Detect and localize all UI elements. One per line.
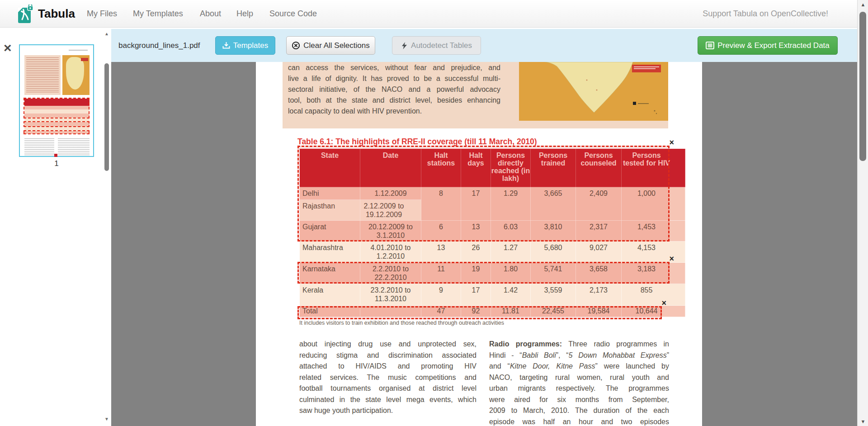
clear-selections-label: Clear All Selections (303, 41, 369, 50)
text-line: NACO, targeting rural women, rural youth… (489, 372, 669, 383)
text-line: football tournaments organised at distri… (299, 383, 476, 394)
sidebar-scrollbar-thumb[interactable] (104, 63, 109, 171)
table-cell: 13 (421, 241, 461, 263)
nav-my-templates[interactable]: My Templates (133, 0, 183, 28)
filename: background_lines_1.pdf (118, 29, 200, 62)
pdf-page[interactable]: can access the services, without fear an… (256, 62, 702, 426)
templates-button[interactable]: Templates (215, 36, 275, 55)
table-cell: 4.01.2010 to 1.2.2010 (360, 241, 421, 263)
page-scrollbar-thumb[interactable] (859, 12, 866, 161)
table-row: Maharashtra 4.01.2010 to 1.2.2010 13 26 … (300, 241, 685, 263)
text-line: attached to HIV/AIDS and promoting HIV (299, 361, 476, 372)
tabula-app: Tabula My Files My Templates About Help … (0, 0, 868, 426)
brand-link[interactable]: Tabula (17, 0, 75, 28)
nav-my-files[interactable]: My Files (87, 0, 117, 28)
scroll-up-icon[interactable]: ▲ (858, 2, 868, 7)
selection-box[interactable]: × (297, 146, 670, 241)
nav-source-code[interactable]: Source Code (269, 0, 317, 28)
brand-title: Tabula (38, 7, 75, 21)
text-line: saw huge youth participation. (299, 405, 476, 417)
thumb-selection (24, 130, 90, 134)
table-cell: 3,559 (531, 284, 576, 306)
remove-selection-button[interactable]: × (661, 300, 666, 306)
lightning-bolt-icon (401, 42, 408, 50)
text-line: can access the services, without fear an… (288, 62, 500, 73)
text-line: and “Kitne Door, Kitne Pass” were launch… (489, 361, 669, 372)
thumb-selection (24, 98, 90, 118)
text-line: live a life of dignity. It has proved to… (288, 73, 500, 84)
templates-icon (222, 42, 230, 49)
right-paragraph: Radio programmes: Three radio programmes… (489, 339, 669, 426)
thumb-page-marker (54, 154, 57, 157)
table-cell: 1.42 (491, 284, 531, 306)
text-line: 2009 to March, 2010. The duration of the… (489, 405, 669, 417)
preview-export-button[interactable]: Preview & Export Extracted Data (698, 36, 838, 55)
autodetect-tables-button[interactable]: Autodetect Tables (392, 36, 481, 55)
selection-box[interactable]: × (297, 262, 670, 284)
thumb-intro-block (24, 55, 61, 95)
toolbar: background_lines_1.pdf Templates Clear A… (111, 29, 857, 62)
table-cell: 5,680 (531, 241, 576, 263)
tabula-logo-icon (17, 5, 33, 24)
table-cell: 9 (421, 284, 461, 306)
scroll-down-icon[interactable]: ▼ (104, 417, 109, 421)
table-cell: Kerala (300, 284, 360, 306)
table-cell: 2,173 (576, 284, 622, 306)
text-line: Radio programmes: Three radio programmes… (489, 339, 669, 350)
text-line: related services. The music competitions… (299, 372, 476, 383)
page-number-label: 1 (19, 159, 94, 168)
clear-selections-icon (292, 41, 300, 50)
scroll-down-icon[interactable]: ▼ (858, 419, 868, 424)
thumb-header-line (69, 50, 88, 51)
text-line: Hindi - “Babli Boli”, “5 Down Mohabbat E… (489, 350, 669, 361)
thumb-table (24, 99, 90, 135)
text-line: episode was half an hour and two episode… (489, 417, 669, 426)
text-line: local capacity to deal with HIV preventi… (288, 106, 500, 117)
navbar: Tabula My Files My Templates About Help … (0, 0, 868, 28)
table-cell: 9,027 (576, 241, 622, 263)
table-row: Kerala 23.2.2010 to 11.3.2010 9 17 1.42 … (300, 284, 685, 306)
table-title: Table 6.1: The highlights of RRE-II cove… (297, 137, 537, 147)
sidebar: × 1 (0, 28, 111, 426)
export-data-icon (706, 42, 714, 49)
table-footnote: It includes visitors to train exhibition… (299, 320, 504, 326)
table-cell: 855 (622, 284, 685, 306)
text-line: tool, both at the state and district lev… (288, 95, 500, 106)
scroll-up-icon[interactable]: ▲ (104, 31, 109, 36)
pdf-viewer[interactable]: can access the services, without fear an… (111, 62, 857, 426)
india-map-image (519, 62, 668, 121)
support-link[interactable]: Support Tabula on OpenCollective! (703, 0, 828, 28)
text-line: culminated in the state level mega event… (299, 394, 476, 406)
remove-selection-button[interactable]: × (669, 139, 674, 146)
nav-help[interactable]: Help (236, 0, 253, 28)
clear-all-selections-button[interactable]: Clear All Selections (286, 36, 375, 55)
intro-paragraph: can access the services, without fear an… (288, 62, 500, 117)
thumb-selection (24, 121, 90, 127)
page-scrollbar: ▲ ▼ (857, 0, 868, 426)
remove-selection-button[interactable]: × (669, 256, 674, 262)
table-cell: 4,153 (622, 241, 685, 263)
table-cell: 17 (461, 284, 491, 306)
nav-about[interactable]: About (200, 0, 221, 28)
left-paragraph: about injecting drug use and unprotected… (299, 339, 476, 417)
text-line: urban migrants respectively. The program… (489, 383, 669, 394)
page-thumbnail[interactable] (19, 44, 94, 157)
text-line: about injecting drug use and unprotected… (299, 339, 476, 350)
templates-label: Templates (233, 41, 268, 50)
table-cell: Maharashtra (300, 241, 360, 263)
sidebar-scrollbar: ▲ ▼ (103, 28, 110, 426)
autodetect-label: Autodetect Tables (411, 41, 472, 50)
thumb-text-column (58, 138, 90, 156)
remove-page-button[interactable]: × (4, 43, 12, 53)
text-line: were aired for six months from September… (489, 394, 669, 406)
text-line: sectoral initiative, of the NACO and a p… (288, 84, 500, 95)
table-cell: 1.27 (491, 241, 531, 263)
selection-box[interactable]: × (297, 306, 662, 319)
export-label: Preview & Export Extracted Data (717, 41, 830, 50)
table-cell: 26 (461, 241, 491, 263)
table-cell: 23.2.2010 to 11.3.2010 (360, 284, 421, 306)
thumb-map-image (62, 55, 90, 95)
intro-block: can access the services, without fear an… (283, 62, 668, 128)
thumb-text-column (24, 138, 54, 156)
text-line: reducing stigma and discrimination assoc… (299, 350, 476, 361)
